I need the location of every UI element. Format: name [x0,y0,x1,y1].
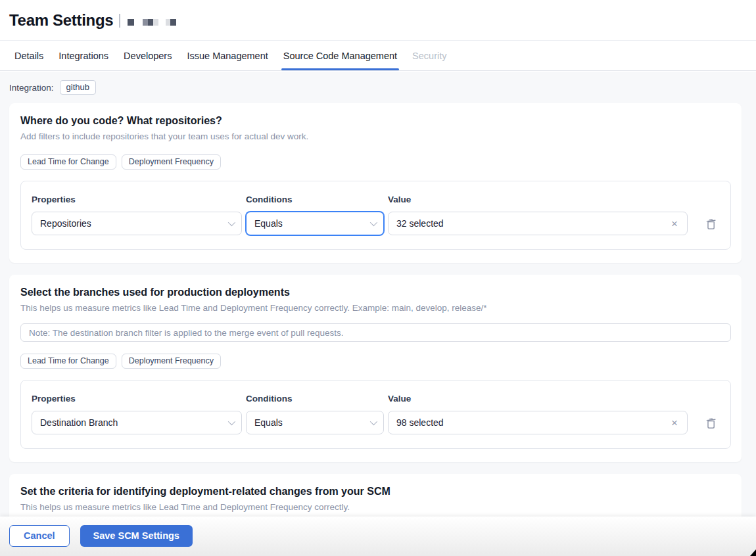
conditions-label: Conditions [246,195,384,204]
tab-issue-management[interactable]: Issue Management [187,41,268,70]
filter-fields: Repositories Equals 32 selected × [32,212,720,235]
page-title: Team Settings [9,11,113,30]
tab-developers[interactable]: Developers [124,41,172,70]
badge-lead-time-for-change: Lead Time for Change [20,354,116,369]
filter-row-container: Properties Conditions Value Repositories… [20,181,731,250]
properties-label: Properties [32,195,242,204]
tab-source-code-management[interactable]: Source Code Management [283,41,397,70]
badge-deployment-frequency: Deployment Frequency [122,354,221,369]
cancel-button[interactable]: Cancel [9,525,70,547]
tab-bar: Details Integrations Developers Issue Ma… [0,41,756,71]
page-header: Team Settings [0,0,756,41]
value-label: Value [388,394,688,404]
clear-icon[interactable]: × [670,218,679,229]
chevron-down-icon [370,219,377,226]
redacted-block [128,19,134,26]
value-selected-count: 98 selected [396,417,444,428]
footer-action-bar: Cancel Save SCM Settings [0,517,756,556]
card-repositories: Where do you code? What repositories? Ad… [9,103,742,263]
property-select-value: Repositories [40,218,91,229]
badge-deployment-frequency: Deployment Frequency [122,154,221,170]
integration-chip-github: github [60,80,96,95]
scm-settings-content: Integration: github Where do you code? W… [0,72,756,556]
card-title: Select the branches used for production … [20,285,731,300]
delete-filter-button[interactable] [701,411,720,434]
card-subtitle: This helps us measure metrics like Lead … [20,302,731,314]
card-subtitle: This helps us measure metrics like Lead … [20,501,731,513]
card-title: Where do you code? What repositories? [20,114,731,128]
value-multiselect[interactable]: 32 selected × [388,212,688,235]
trash-icon [705,417,717,429]
note-input[interactable] [20,323,731,342]
badge-lead-time-for-change: Lead Time for Change [20,154,116,170]
properties-label: Properties [32,394,242,404]
conditions-label: Conditions [246,394,384,404]
redacted-block [143,19,158,26]
metric-badges: Lead Time for Change Deployment Frequenc… [20,354,731,369]
trash-icon [705,218,717,230]
condition-select-value: Equals [254,218,283,229]
property-select[interactable]: Destination Branch [32,411,242,434]
card-production-branches: Select the branches used for production … [9,275,742,462]
value-selected-count: 32 selected [396,218,444,229]
tab-integrations[interactable]: Integrations [59,41,108,70]
redacted-block [166,19,176,26]
condition-select[interactable]: Equals [246,212,384,235]
delete-filter-button[interactable] [701,212,720,235]
chevron-down-icon [228,219,235,226]
filter-row-container: Properties Conditions Value Destination … [20,380,731,449]
chevron-down-icon [228,418,235,425]
property-select-value: Destination Branch [40,417,118,428]
filter-fields: Destination Branch Equals 98 selected × [32,411,720,434]
clear-icon[interactable]: × [670,417,679,429]
tab-details[interactable]: Details [14,41,43,70]
separator-bar [119,14,120,28]
value-multiselect[interactable]: 98 selected × [388,411,688,434]
filter-column-labels: Properties Conditions Value [32,195,720,204]
integration-row: Integration: github [0,72,756,103]
filter-column-labels: Properties Conditions Value [32,394,720,404]
value-label: Value [388,195,688,204]
chevron-down-icon [370,418,377,425]
property-select[interactable]: Repositories [32,212,242,235]
condition-select[interactable]: Equals [246,411,384,434]
metric-badges: Lead Time for Change Deployment Frequenc… [20,154,731,170]
card-title: Set the criteria for identifying deploym… [20,484,731,499]
condition-select-value: Equals [254,417,283,428]
save-scm-settings-button[interactable]: Save SCM Settings [80,525,193,547]
card-subtitle: Add filters to include repositories that… [20,131,731,143]
integration-label: Integration: [9,83,54,93]
redacted-text-blocks [119,16,176,28]
tab-security: Security [412,41,446,70]
